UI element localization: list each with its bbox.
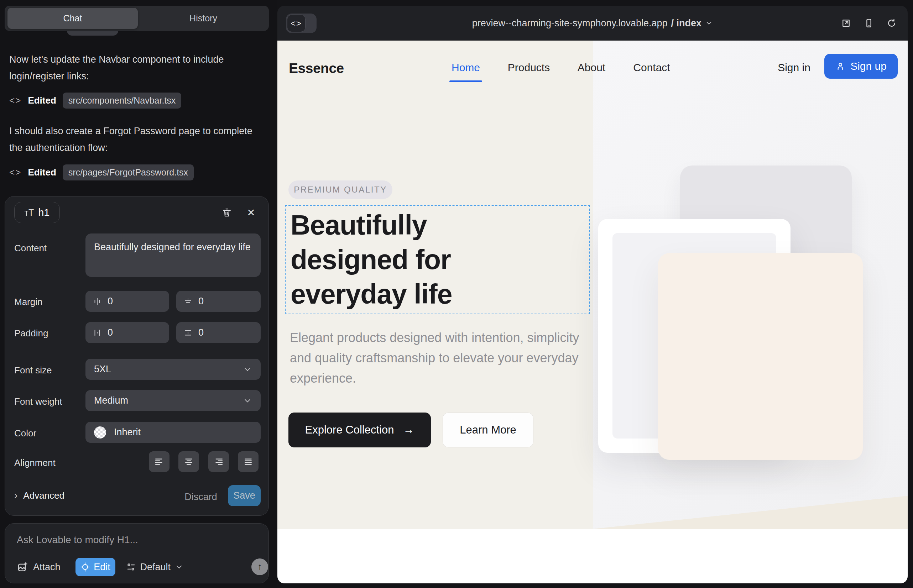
align-justify-button[interactable] (238, 451, 259, 472)
chevron-down-icon (175, 563, 183, 571)
element-tag: h1 (38, 207, 50, 218)
file-chip[interactable]: src/pages/ForgotPassword.tsx (63, 165, 194, 181)
arrow-right-icon: → (403, 423, 414, 436)
target-icon (80, 562, 90, 572)
composer-input[interactable]: Ask Lovable to modify H1... (17, 534, 138, 546)
padding-vertical-icon (183, 328, 193, 338)
hero-headline: Beautifully designed for everyday life (291, 208, 452, 312)
color-swatch (94, 426, 106, 438)
font-weight-label: Font weight (14, 396, 62, 407)
chevron-down-icon (705, 19, 713, 27)
element-editor-panel: тT h1 ✕ Content Beautifully designed for… (5, 196, 269, 516)
save-button[interactable]: Save (228, 485, 261, 506)
browser-actions (841, 6, 897, 40)
color-label: Color (14, 428, 36, 439)
selected-element-chip[interactable]: тT h1 (14, 202, 60, 223)
site-canvas: Essence Home Products About Contact Sign… (277, 40, 908, 583)
user-icon (835, 61, 845, 71)
close-icon: ✕ (247, 207, 255, 218)
site-logo[interactable]: Essence (289, 60, 344, 76)
code-icon: <> (9, 95, 21, 106)
padding-horizontal-icon (92, 328, 102, 338)
sign-up-button[interactable]: Sign up (824, 54, 898, 79)
learn-more-button[interactable]: Learn More (443, 412, 533, 447)
nav-active-underline (449, 81, 482, 82)
edited-label: Edited (28, 167, 56, 178)
hero-description: Elegant products designed with intention… (290, 328, 603, 388)
font-size-select[interactable]: 5XL (86, 359, 261, 380)
font-weight-select[interactable]: Medium (86, 390, 261, 411)
content-input[interactable]: Beautifully designed for everyday life (86, 234, 261, 277)
file-chip[interactable]: src/components/Navbar.tsx (63, 92, 181, 108)
padding-label: Padding (14, 328, 48, 339)
nav-link-home[interactable]: Home (452, 61, 480, 74)
attach-button[interactable]: Attach (17, 561, 60, 573)
margin-x-input[interactable]: 0 (86, 291, 169, 312)
padding-x-input[interactable]: 0 (86, 322, 169, 343)
margin-vertical-icon (183, 297, 193, 306)
color-select[interactable]: Inherit (86, 422, 261, 443)
mobile-view-button[interactable] (863, 18, 874, 29)
advanced-toggle[interactable]: › Advanced (14, 490, 65, 501)
align-center-button[interactable] (178, 451, 199, 472)
nav-link-contact[interactable]: Contact (633, 61, 670, 74)
decor-card-cream (658, 253, 863, 460)
chevron-down-icon (243, 365, 252, 374)
edited-file-row[interactable]: <> Edited src/pages/ForgotPassword.tsx (9, 164, 194, 181)
preview-panel: <> preview--charming-site-symphony.lovab… (277, 6, 908, 583)
content-label: Content (14, 243, 47, 254)
align-left-button[interactable] (149, 451, 170, 472)
code-icon: <> (9, 167, 21, 178)
margin-y-input[interactable]: 0 (176, 291, 261, 312)
align-right-button[interactable] (208, 451, 229, 472)
close-editor-button[interactable]: ✕ (243, 204, 259, 221)
alignment-label: Alignment (14, 457, 55, 468)
margin-horizontal-icon (92, 297, 102, 306)
chevron-down-icon (243, 396, 252, 405)
nav-link-about[interactable]: About (578, 61, 605, 74)
refresh-button[interactable] (886, 18, 897, 29)
composer-toolbar: Attach Edit Default (17, 558, 183, 576)
sign-in-link[interactable]: Sign in (778, 61, 811, 74)
tab-history[interactable]: History (138, 6, 269, 31)
trash-icon (222, 207, 232, 218)
padding-y-input[interactable]: 0 (176, 322, 261, 343)
hero-badge: PREMIUM QUALITY (288, 181, 392, 199)
typography-icon: тT (24, 207, 34, 218)
margin-label: Margin (14, 297, 42, 307)
align-right-icon (213, 456, 224, 467)
send-button[interactable]: ↑ (251, 559, 268, 575)
url-bar[interactable]: preview--charming-site-symphony.lovable.… (277, 6, 908, 40)
preview-path: / index (671, 18, 702, 29)
align-justify-icon (243, 456, 254, 467)
discard-button[interactable]: Discard (183, 490, 219, 504)
align-center-icon (183, 456, 194, 467)
tab-chat[interactable]: Chat (8, 8, 138, 29)
chat-message: Now let's update the Navbar component to… (9, 51, 259, 85)
chat-message: I should also create a Forgot Password p… (9, 123, 259, 156)
chat-history-tabs: Chat History (5, 6, 269, 31)
edit-mode-button[interactable]: Edit (76, 558, 115, 576)
font-size-label: Font size (14, 365, 52, 376)
lovable-sidebar: Chat History Now let's update the Navbar… (0, 0, 277, 588)
chat-composer[interactable]: Ask Lovable to modify H1... Attach Edit … (5, 523, 269, 583)
preview-url: preview--charming-site-symphony.lovable.… (472, 18, 668, 29)
edited-label: Edited (28, 95, 56, 106)
sliders-icon (126, 562, 136, 572)
selected-h1-outline[interactable]: Beautifully designed for everyday life (285, 205, 590, 314)
explore-collection-button[interactable]: Explore Collection → (288, 412, 431, 447)
delete-element-button[interactable] (219, 204, 235, 221)
chevron-right-icon: › (14, 490, 18, 501)
open-external-button[interactable] (841, 18, 851, 29)
align-left-icon (154, 456, 165, 467)
image-plus-icon (17, 561, 28, 573)
nav-link-products[interactable]: Products (508, 61, 550, 74)
mode-selector[interactable]: Default (126, 562, 184, 573)
edited-file-row[interactable]: <> Edited src/components/Navbar.tsx (9, 92, 181, 109)
